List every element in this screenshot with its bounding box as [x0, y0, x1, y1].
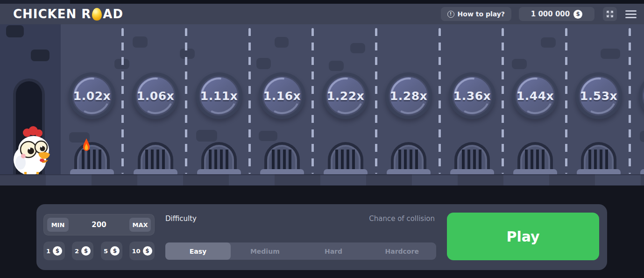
tab-medium[interactable]: Medium — [231, 242, 299, 260]
background-block — [512, 59, 527, 69]
lane-divider — [311, 28, 314, 174]
bet-amount-box: MIN 200 MAX — [43, 214, 155, 235]
how-to-play-label: How to play? — [458, 10, 505, 18]
multiplier-coin: 1.28x — [385, 72, 432, 119]
chip-button-1[interactable]: 1 $ — [43, 242, 65, 260]
max-bet-button[interactable]: MAX — [129, 218, 151, 232]
background-block — [133, 36, 148, 48]
chicken-character — [11, 125, 52, 178]
difficulty-tabs: Easy Medium Hard Hardcore — [165, 242, 436, 260]
header: CHICKEN R AD ! How to play? 1 000 000 $ — [0, 4, 644, 24]
background-block — [6, 25, 24, 37]
lane-divider — [375, 28, 377, 174]
multiplier-coin: 1.22x — [322, 72, 369, 119]
lane-divider — [248, 28, 251, 174]
multiplier-value: 1.11x — [196, 72, 242, 119]
balance-display: 1 000 000 $ — [519, 7, 594, 21]
control-panel: MIN 200 MAX 1 $ 2 $ 5 $ 10 $ Difficulty … — [36, 204, 607, 270]
tab-hard[interactable]: Hard — [299, 242, 368, 260]
background-block — [196, 130, 217, 142]
info-icon: ! — [447, 11, 454, 18]
background-block — [275, 37, 289, 48]
min-bet-button[interactable]: MIN — [47, 218, 69, 232]
dollar-coin-icon: $ — [110, 246, 120, 256]
multiplier-value: 1.28x — [385, 72, 432, 119]
background-block — [640, 131, 644, 142]
multiplier-value: 1.06x — [132, 72, 179, 119]
play-button[interactable]: Play — [447, 213, 599, 260]
fullscreen-button[interactable] — [603, 7, 617, 21]
chance-of-collision-label: Chance of collision — [369, 214, 435, 223]
dollar-coin-icon: $ — [53, 246, 62, 256]
multiplier-value: 1.22x — [322, 72, 369, 119]
top-strip — [0, 0, 644, 4]
game-area: 1.02x 1.06x 1.11x 1.16x 1.22x 1.28x 1.36… — [0, 24, 644, 185]
multiplier-value: 1.53x — [575, 72, 622, 119]
multiplier-coin: 1.11x — [196, 72, 242, 119]
golden-egg-icon — [92, 8, 102, 21]
top-strip-left — [0, 0, 70, 4]
background-block — [259, 131, 277, 141]
multiplier-coin: 1.36x — [449, 72, 495, 119]
how-to-play-button[interactable]: ! How to play? — [441, 7, 511, 21]
multiplier-value: 1.44x — [512, 72, 559, 119]
dollar-coin-icon: $ — [573, 10, 582, 19]
multiplier-value: 1.16x — [259, 72, 305, 119]
background-block — [256, 58, 271, 69]
lane-divider — [565, 28, 567, 174]
tab-easy[interactable]: Easy — [165, 242, 231, 260]
multiplier-coin: 1.02x — [69, 72, 115, 119]
multiplier-value: 1.02x — [69, 72, 115, 119]
logo: CHICKEN R AD — [13, 7, 123, 21]
difficulty-label: Difficulty — [165, 214, 197, 223]
chip-button-5[interactable]: 5 $ — [101, 242, 122, 260]
logo-text-left: CHICKEN R — [13, 7, 91, 21]
background-block — [350, 43, 365, 53]
multiplier-coin: 1.06x — [132, 72, 179, 119]
lane-divider — [502, 28, 504, 174]
background-block — [601, 49, 620, 59]
multiplier-value: 1.36x — [449, 72, 495, 119]
hamburger-icon — [625, 10, 637, 12]
lane-divider — [185, 28, 187, 174]
lane-divider — [439, 28, 441, 174]
chip-button-2[interactable]: 2 $ — [72, 242, 93, 260]
dollar-coin-icon: $ — [81, 246, 91, 256]
expand-icon — [606, 10, 614, 18]
background-block — [329, 61, 344, 71]
multiplier-coin: 1.16x — [259, 72, 305, 119]
dollar-coin-icon: $ — [143, 246, 152, 256]
balance-value: 1 000 000 — [531, 10, 570, 18]
background-block — [180, 49, 195, 59]
menu-button[interactable] — [625, 10, 637, 18]
lane-divider — [629, 28, 631, 174]
logo-text-right: AD — [103, 7, 123, 21]
bet-amount-input[interactable]: 200 — [92, 221, 106, 229]
background-block — [541, 37, 556, 48]
chip-button-10[interactable]: 10 $ — [129, 242, 155, 260]
lane-divider — [121, 28, 124, 174]
tab-hardcore[interactable]: Hardcore — [368, 242, 436, 260]
multiplier-coin: 1.44x — [512, 72, 559, 119]
multiplier-coin: 1.53x — [575, 72, 622, 119]
background-block — [31, 50, 50, 61]
flame-icon — [83, 138, 90, 151]
chicken-road-app: CHICKEN R AD ! How to play? 1 000 000 $ — [0, 0, 644, 278]
sidewalk — [0, 174, 644, 185]
